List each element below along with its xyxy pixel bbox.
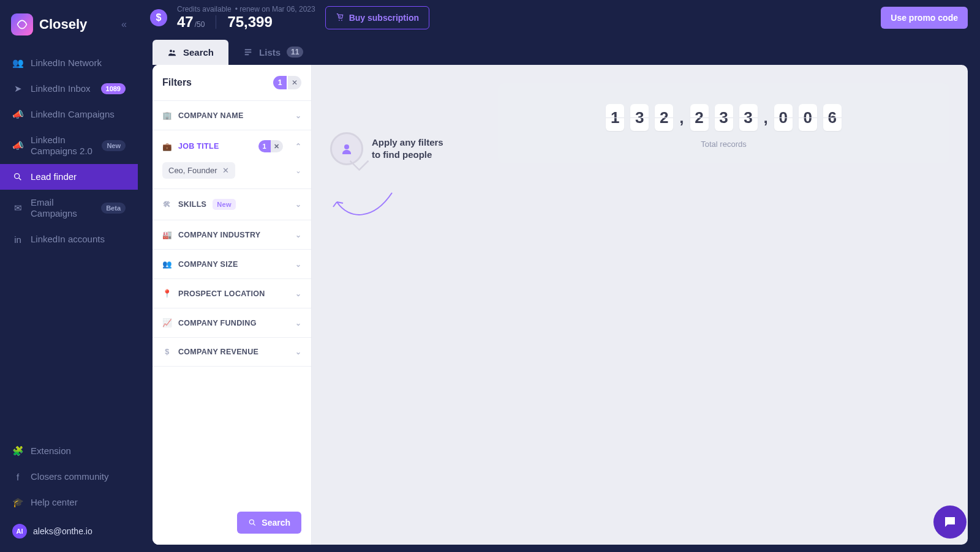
hint-box: Apply any filters to find people bbox=[330, 83, 483, 165]
svg-point-8 bbox=[250, 520, 254, 524]
filters-title: Filters bbox=[162, 77, 192, 88]
sidebar-item-label: LinkedIn Campaigns bbox=[31, 109, 126, 120]
results-area: Apply any filters to find people 1 3 2 ,… bbox=[312, 65, 968, 545]
job-title-count-badge: 1 bbox=[258, 140, 271, 152]
sidebar-footer: 🧩 Extension f Closers community 🎓 Help c… bbox=[0, 438, 138, 515]
chevron-down-icon: ⌄ bbox=[295, 348, 301, 356]
filter-company-funding[interactable]: 📈 COMPANY FUNDING ⌄ bbox=[153, 308, 311, 338]
chevron-down-icon: ⌄ bbox=[295, 111, 301, 120]
sidebar-item-linkedin-accounts[interactable]: in LinkedIn accounts bbox=[0, 226, 138, 252]
magnifier-person-icon bbox=[330, 132, 363, 165]
credits-block: Credits available • renew on Mar 06, 202… bbox=[177, 5, 315, 31]
filter-company-industry[interactable]: 🏭 COMPANY INDUSTRY ⌄ bbox=[153, 220, 311, 250]
people-icon: 👥 bbox=[12, 58, 23, 69]
inbox-count-badge: 1089 bbox=[101, 83, 126, 94]
filter-job-title-body: Ceo, Founder ✕ ⌄ bbox=[153, 162, 311, 189]
tab-lists[interactable]: Lists 11 bbox=[228, 39, 318, 65]
brand: Closely « bbox=[0, 7, 138, 50]
filter-company-size[interactable]: 👥 COMPANY SIZE ⌄ bbox=[153, 250, 311, 279]
main: $ Credits available • renew on Mar 06, 2… bbox=[138, 0, 980, 552]
lists-count-badge: 11 bbox=[287, 47, 303, 58]
filter-label: SKILLS bbox=[178, 200, 206, 209]
sidebar-item-linkedin-campaigns-2[interactable]: 📣 LinkedIn Campaigns 2.0 New bbox=[0, 127, 138, 164]
job-title-tag[interactable]: Ceo, Founder ✕ bbox=[162, 162, 235, 179]
linkedin-icon: in bbox=[12, 234, 23, 245]
brand-logo bbox=[11, 13, 33, 35]
filter-skills[interactable]: 🛠 SKILLS New ⌄ bbox=[153, 189, 311, 220]
sidebar: Closely « 👥 LinkedIn Network ➤ LinkedIn … bbox=[0, 0, 138, 552]
mail-icon: ✉ bbox=[12, 203, 23, 214]
svg-point-3 bbox=[170, 50, 172, 52]
digit: 2 bbox=[690, 104, 709, 131]
search-button[interactable]: Search bbox=[237, 512, 301, 534]
sidebar-collapse-button[interactable]: « bbox=[121, 19, 127, 30]
filter-company-revenue[interactable]: $ COMPANY REVENUE ⌄ bbox=[153, 338, 311, 367]
filter-company-name[interactable]: 🏢 COMPANY NAME ⌄ bbox=[153, 101, 311, 130]
filter-label: PROSPECT LOCATION bbox=[178, 289, 265, 298]
list-icon bbox=[243, 47, 253, 57]
svg-point-2 bbox=[341, 20, 342, 21]
sidebar-item-label: LinkedIn Campaigns 2.0 bbox=[31, 135, 94, 157]
digit: 0 bbox=[799, 104, 817, 131]
sidebar-item-label: Lead finder bbox=[31, 171, 126, 182]
records-counter: 1 3 2 , 2 3 3 , 0 0 6 bbox=[606, 104, 841, 131]
graduation-icon: 🎓 bbox=[12, 497, 23, 508]
use-promo-code-button[interactable]: Use promo code bbox=[881, 7, 968, 29]
divider bbox=[216, 15, 216, 29]
search-icon bbox=[248, 518, 257, 527]
buy-subscription-button[interactable]: Buy subscription bbox=[325, 6, 429, 29]
svg-point-4 bbox=[173, 50, 175, 52]
chat-fab[interactable] bbox=[933, 505, 967, 539]
sidebar-item-linkedin-network[interactable]: 👥 LinkedIn Network bbox=[0, 50, 138, 76]
filter-label: COMPANY SIZE bbox=[178, 260, 238, 269]
svg-rect-7 bbox=[245, 54, 249, 55]
sidebar-item-linkedin-inbox[interactable]: ➤ LinkedIn Inbox 1089 bbox=[0, 76, 138, 102]
filters-footer: Search bbox=[153, 501, 311, 545]
total-records-label: Total records bbox=[701, 140, 746, 149]
sidebar-item-help-center[interactable]: 🎓 Help center bbox=[0, 490, 138, 515]
send-icon: ➤ bbox=[12, 83, 23, 94]
cart-icon bbox=[336, 13, 344, 22]
sidebar-item-label: LinkedIn Inbox bbox=[31, 83, 94, 94]
credits-used: 47 bbox=[177, 13, 194, 30]
clear-job-title-button[interactable]: ✕ bbox=[271, 140, 283, 152]
sidebar-item-label: LinkedIn Network bbox=[31, 58, 126, 69]
digit: 3 bbox=[715, 104, 733, 131]
sidebar-item-closers-community[interactable]: f Closers community bbox=[0, 464, 138, 490]
filter-job-title[interactable]: 💼 JOB TITLE 1 ✕ ⌃ bbox=[153, 130, 311, 162]
building-icon: 🏢 bbox=[162, 111, 172, 120]
svg-point-0 bbox=[15, 174, 20, 179]
search-button-label: Search bbox=[262, 518, 290, 528]
svg-point-1 bbox=[339, 20, 340, 21]
use-promo-code-label: Use promo code bbox=[891, 13, 958, 23]
topbar: $ Credits available • renew on Mar 06, 2… bbox=[138, 0, 980, 35]
user-row[interactable]: Al aleks@onthe.io bbox=[0, 515, 138, 542]
brand-name: Closely bbox=[39, 17, 87, 32]
clear-all-filters-button[interactable]: ✕ bbox=[288, 76, 301, 89]
filter-label: COMPANY REVENUE bbox=[178, 348, 258, 356]
puzzle-icon: 🧩 bbox=[12, 446, 23, 457]
search-icon bbox=[12, 172, 23, 182]
filter-label: COMPANY INDUSTRY bbox=[178, 231, 260, 239]
sidebar-nav: 👥 LinkedIn Network ➤ LinkedIn Inbox 1089… bbox=[0, 50, 138, 252]
chevron-up-icon: ⌃ bbox=[295, 142, 301, 151]
beta-badge: Beta bbox=[101, 203, 126, 214]
content-panel: Filters 1 ✕ 🏢 COMPANY NAME ⌄ 💼 JOB TITLE bbox=[153, 65, 968, 545]
sidebar-item-lead-finder[interactable]: Lead finder bbox=[0, 164, 138, 190]
tab-search[interactable]: Search bbox=[153, 40, 228, 65]
chevron-down-icon: ⌄ bbox=[295, 231, 301, 239]
chevron-down-icon[interactable]: ⌄ bbox=[295, 166, 301, 175]
digit: 2 bbox=[655, 104, 673, 131]
credits-renew-text: • renew on Mar 06, 2023 bbox=[235, 5, 315, 13]
credits-label: Credits available bbox=[177, 5, 232, 13]
digit: 0 bbox=[774, 104, 793, 131]
digit: 6 bbox=[823, 104, 842, 131]
sidebar-item-extension[interactable]: 🧩 Extension bbox=[0, 438, 138, 464]
new-badge: New bbox=[102, 140, 126, 151]
sidebar-item-linkedin-campaigns[interactable]: 📣 LinkedIn Campaigns bbox=[0, 102, 138, 127]
sidebar-item-email-campaigns[interactable]: ✉ Email Campaigns Beta bbox=[0, 190, 138, 226]
sidebar-item-label: Closers community bbox=[31, 471, 126, 482]
megaphone-icon: 📣 bbox=[12, 109, 23, 120]
remove-tag-button[interactable]: ✕ bbox=[222, 166, 229, 175]
filter-prospect-location[interactable]: 📍 PROSPECT LOCATION ⌄ bbox=[153, 279, 311, 308]
